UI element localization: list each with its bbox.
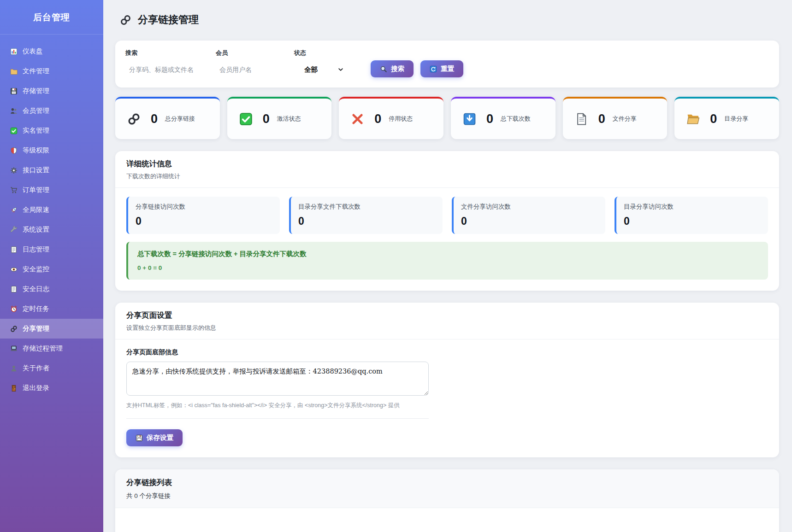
stat-card-active: 0 激活状态 bbox=[227, 97, 332, 139]
detail-value: 0 bbox=[624, 215, 761, 228]
search-field-group: 搜索 bbox=[125, 49, 207, 77]
formula-text: 总下载次数 = 分享链接访问次数 + 目录分享文件下载次数 bbox=[137, 250, 759, 258]
sidebar-item-realname-management[interactable]: 实名管理 bbox=[0, 121, 103, 140]
share-list-card: 分享链接列表 共 0 个分享链接 bbox=[115, 469, 779, 532]
sidebar-item-label: 接口设置 bbox=[23, 166, 49, 175]
sidebar-item-system-settings[interactable]: 系统设置 bbox=[0, 220, 103, 240]
alarm-clock-icon bbox=[10, 305, 18, 313]
search-icon bbox=[380, 65, 387, 73]
sidebar-item-storage-management[interactable]: 存储管理 bbox=[0, 81, 103, 101]
sidebar-item-global-speed-limit[interactable]: 全局限速 bbox=[0, 200, 103, 220]
sidebar-item-label: 存储过程管理 bbox=[23, 344, 63, 353]
member-field-group: 会员 bbox=[216, 49, 286, 77]
document-icon bbox=[10, 246, 18, 253]
detail-label: 目录分享文件下载次数 bbox=[298, 203, 435, 211]
sidebar-item-member-management[interactable]: 会员管理 bbox=[0, 101, 103, 121]
status-label: 状态 bbox=[294, 49, 349, 57]
footer-info-textarea[interactable]: 急速分享，由快传系统提供支持，举报与投诉请发送邮箱至：423889236@qq.… bbox=[126, 362, 429, 396]
sidebar-item-file-management[interactable]: 文件管理 bbox=[0, 61, 103, 81]
save-settings-button[interactable]: 保存设置 bbox=[126, 429, 183, 446]
detail-stats-title: 详细统计信息 bbox=[126, 159, 768, 169]
sidebar-item-level-permission[interactable]: 等级权限 bbox=[0, 140, 103, 160]
sidebar-item-label: 仪表盘 bbox=[23, 47, 43, 56]
share-settings-title: 分享页面设置 bbox=[126, 310, 768, 321]
stat-label: 文件分享 bbox=[613, 115, 637, 123]
sidebar-item-about-author[interactable]: 关于作者 bbox=[0, 358, 103, 378]
users-icon bbox=[10, 107, 18, 115]
sidebar-item-security-log[interactable]: 安全日志 bbox=[0, 279, 103, 299]
search-input[interactable] bbox=[125, 62, 207, 77]
sidebar-item-order-management[interactable]: 订单管理 bbox=[0, 180, 103, 200]
share-settings-header: 分享页面设置 设置独立分享页面底部显示的信息 bbox=[115, 303, 779, 339]
status-field-group: 状态 全部 bbox=[294, 49, 349, 77]
footer-info-help: 支持HTML标签，例如：<i class="fas fa-shield-alt"… bbox=[126, 402, 768, 409]
stat-card-directory-shares: 0 目录分享 bbox=[674, 97, 779, 139]
detail-value: 0 bbox=[136, 215, 272, 228]
stat-value: 0 bbox=[151, 112, 158, 126]
stat-label: 目录分享 bbox=[724, 115, 748, 123]
detail-stats-grid: 分享链接访问次数 0 目录分享文件下载次数 0 文件分享访问次数 0 目录分享访… bbox=[126, 197, 768, 234]
check-square-icon bbox=[10, 127, 18, 134]
save-icon bbox=[136, 434, 143, 442]
sidebar-item-label: 订单管理 bbox=[23, 186, 49, 194]
reset-icon bbox=[430, 65, 437, 73]
app-title: 后台管理 bbox=[0, 0, 103, 35]
member-input[interactable] bbox=[216, 62, 286, 77]
sidebar-item-stored-procedure[interactable]: 存储过程管理 bbox=[0, 339, 103, 358]
shopping-cart-icon bbox=[10, 187, 18, 194]
sidebar-item-label: 存储管理 bbox=[23, 87, 49, 95]
stat-value: 0 bbox=[374, 112, 381, 126]
stat-card-file-shares: 0 文件分享 bbox=[563, 97, 668, 139]
sidebar-item-label: 等级权限 bbox=[23, 146, 49, 155]
stat-label: 总分享链接 bbox=[165, 115, 195, 123]
x-mark-icon bbox=[351, 112, 364, 126]
eye-icon bbox=[10, 266, 18, 273]
gear-icon bbox=[10, 167, 18, 174]
detail-stats-card: 详细统计信息 下载次数的详细统计 分享链接访问次数 0 目录分享文件下载次数 0… bbox=[115, 151, 779, 291]
share-settings-card: 分享页面设置 设置独立分享页面底部显示的信息 分享页面底部信息 急速分享，由快传… bbox=[115, 303, 779, 457]
person-icon bbox=[10, 365, 18, 372]
sidebar-item-security-monitor[interactable]: 安全监控 bbox=[0, 259, 103, 279]
search-label: 搜索 bbox=[125, 49, 207, 57]
sidebar-item-label: 系统设置 bbox=[23, 225, 49, 234]
sidebar-item-api-settings[interactable]: 接口设置 bbox=[0, 160, 103, 180]
stat-value: 0 bbox=[710, 112, 717, 126]
stat-card-total-links: 0 总分享链接 bbox=[115, 97, 220, 139]
reset-button-label: 重置 bbox=[441, 64, 454, 73]
detail-box-dir-file-downloads: 目录分享文件下载次数 0 bbox=[289, 197, 443, 234]
sidebar-nav: 仪表盘 文件管理 存储管理 会员管理 实名管理 等级权限 接口设置 订单管理 bbox=[0, 35, 103, 405]
detail-stats-body: 分享链接访问次数 0 目录分享文件下载次数 0 文件分享访问次数 0 目录分享访… bbox=[115, 188, 779, 291]
detail-value: 0 bbox=[298, 215, 435, 228]
sidebar-item-label: 实名管理 bbox=[23, 126, 49, 135]
wrench-icon bbox=[10, 226, 18, 234]
page-title-text: 分享链接管理 bbox=[138, 13, 199, 27]
save-settings-label: 保存设置 bbox=[147, 433, 173, 442]
detail-label: 目录分享访问次数 bbox=[624, 203, 761, 211]
status-select[interactable]: 全部 bbox=[294, 62, 349, 77]
sidebar-item-scheduled-tasks[interactable]: 定时任务 bbox=[0, 299, 103, 319]
stat-label: 停用状态 bbox=[389, 115, 413, 123]
status-select-value: 全部 bbox=[304, 65, 318, 74]
open-folder-icon bbox=[686, 112, 700, 126]
sidebar-item-share-management[interactable]: 分享管理 bbox=[0, 319, 103, 339]
sidebar-item-log-management[interactable]: 日志管理 bbox=[0, 240, 103, 259]
stat-value: 0 bbox=[598, 112, 605, 126]
shield-icon bbox=[10, 147, 18, 154]
detail-box-link-visits: 分享链接访问次数 0 bbox=[126, 197, 280, 234]
search-button[interactable]: 搜索 bbox=[371, 60, 414, 77]
floppy-disk-icon bbox=[10, 88, 18, 95]
link-icon bbox=[127, 112, 141, 126]
download-formula-box: 总下载次数 = 分享链接访问次数 + 目录分享文件下载次数 0 + 0 = 0 bbox=[126, 242, 768, 280]
folder-icon bbox=[10, 68, 18, 75]
stat-card-disabled: 0 停用状态 bbox=[339, 97, 443, 139]
sidebar-item-label: 全局限速 bbox=[23, 205, 49, 214]
sidebar-item-dashboard[interactable]: 仪表盘 bbox=[0, 41, 103, 61]
sidebar-item-logout[interactable]: 退出登录 bbox=[0, 378, 103, 398]
link-icon bbox=[120, 14, 131, 26]
reset-button[interactable]: 重置 bbox=[420, 60, 463, 77]
member-label: 会员 bbox=[216, 49, 286, 57]
share-list-count: 共 0 个分享链接 bbox=[126, 492, 768, 500]
stat-label: 总下载次数 bbox=[501, 115, 531, 123]
detail-box-dir-share-visits: 目录分享访问次数 0 bbox=[615, 197, 768, 234]
sidebar: 后台管理 仪表盘 文件管理 存储管理 会员管理 实名管理 等级权限 接口设置 bbox=[0, 0, 103, 532]
